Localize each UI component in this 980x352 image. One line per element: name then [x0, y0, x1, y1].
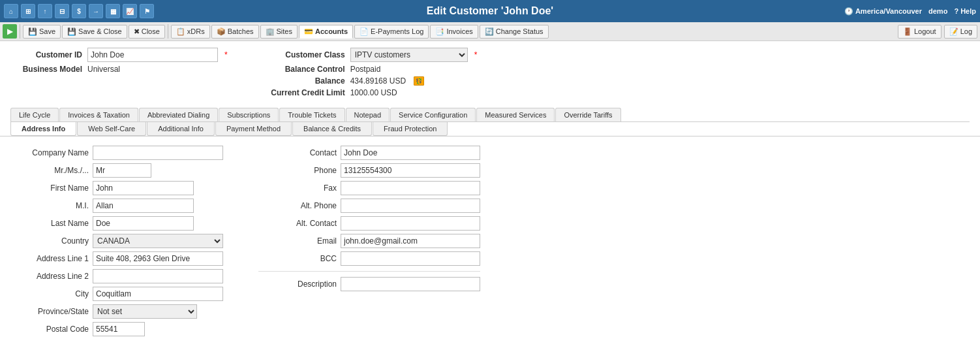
- address2-input[interactable]: [93, 269, 223, 283]
- tab-override-tariffs[interactable]: Override Tariffs: [555, 108, 620, 121]
- content-area: Company Name Mr./Ms./... First Name M.I.…: [0, 136, 980, 349]
- sites-icon: 🏢: [266, 27, 275, 36]
- tab-measured-services[interactable]: Measured Services: [476, 108, 555, 121]
- province-select[interactable]: Not set BC ON: [93, 304, 197, 319]
- first-name-label: First Name: [10, 184, 89, 193]
- fax-input[interactable]: [341, 181, 480, 195]
- last-name-input[interactable]: [93, 216, 194, 231]
- xdrs-button[interactable]: 📋 xDRs: [171, 25, 210, 39]
- forward-icon[interactable]: →: [89, 4, 103, 18]
- customer-class-label: Customer Class: [254, 50, 345, 59]
- grid-icon[interactable]: ⊞: [21, 4, 35, 18]
- bcc-row: BCC: [258, 251, 480, 266]
- top-icon-group: ⌂ ⊞ ↑ ⊟ $ → ▦ 📈 ⚑: [4, 4, 154, 18]
- tab-notepad[interactable]: Notepad: [346, 108, 390, 121]
- save-icon: 💾: [28, 27, 37, 36]
- save-close-button[interactable]: 💾 Save & Close: [62, 25, 127, 39]
- tab-additional-info[interactable]: Additional Info: [147, 122, 215, 136]
- fax-label: Fax: [258, 184, 337, 193]
- contact-row: Contact: [258, 146, 480, 160]
- chart-icon[interactable]: 📈: [123, 4, 137, 18]
- required-star-1: *: [224, 50, 228, 59]
- city-label: City: [10, 289, 89, 298]
- epayments-icon: 📄: [360, 27, 369, 36]
- balance-label: Balance: [254, 76, 345, 86]
- alt-phone-label: Alt. Phone: [258, 201, 337, 210]
- play-button[interactable]: ▶: [3, 24, 17, 39]
- upload-icon[interactable]: ↑: [38, 4, 52, 18]
- address1-input[interactable]: [93, 251, 223, 266]
- company-name-input[interactable]: [93, 146, 223, 160]
- tab-service-configuration[interactable]: Service Configuration: [390, 108, 476, 121]
- mr-row: Mr./Ms./...: [10, 163, 232, 178]
- contact-input[interactable]: [341, 146, 480, 160]
- close-button[interactable]: ✖ Close: [129, 25, 165, 39]
- help-icon[interactable]: ? Help: [954, 7, 976, 15]
- title-bar: ⌂ ⊞ ↑ ⊟ $ → ▦ 📈 ⚑ Edit Customer 'John Do…: [0, 0, 980, 22]
- email-row: Email: [258, 234, 480, 248]
- accounts-icon: 💳: [304, 27, 313, 36]
- change-status-button[interactable]: 🔄 Change Status: [480, 25, 549, 39]
- tab-subscriptions[interactable]: Subscriptions: [219, 108, 279, 121]
- tab-abbreviated-dialing[interactable]: Abbreviated Dialing: [139, 108, 218, 121]
- customer-form-header: Customer ID * Business Model Universal C…: [0, 41, 980, 103]
- tab-trouble-tickets[interactable]: Trouble Tickets: [279, 108, 345, 121]
- fax-row: Fax: [258, 181, 480, 195]
- tab-balance-credits[interactable]: Balance & Credits: [292, 122, 372, 136]
- tab-invoices-taxation[interactable]: Invoices & Taxation: [59, 108, 138, 121]
- alt-contact-input[interactable]: [341, 216, 480, 231]
- toolbar-sep-1: [20, 24, 20, 39]
- tab-life-cycle[interactable]: Life Cycle: [10, 108, 59, 121]
- last-name-label: Last Name: [10, 219, 89, 228]
- alt-phone-input[interactable]: [341, 199, 480, 213]
- mr-input[interactable]: [93, 163, 151, 178]
- logout-button[interactable]: 🚪 Logout: [898, 25, 942, 39]
- required-star-2: *: [474, 50, 478, 59]
- province-label: Province/State: [10, 307, 89, 316]
- postal-label: Postal Code: [10, 325, 89, 334]
- mi-input[interactable]: [93, 199, 194, 213]
- first-name-input[interactable]: [93, 181, 194, 195]
- batches-button[interactable]: 📦 Batches: [211, 25, 259, 39]
- invoices-button[interactable]: 📑 Invoices: [430, 25, 478, 39]
- xdrs-icon: 📋: [176, 27, 185, 36]
- apps-icon[interactable]: ⊟: [55, 4, 69, 18]
- home-icon[interactable]: ⌂: [4, 4, 18, 18]
- credit-limit-label: Current Credit Limit: [254, 88, 345, 97]
- dollar-icon[interactable]: $: [72, 4, 86, 18]
- customer-class-select[interactable]: IPTV customers: [350, 48, 468, 62]
- customer-id-input[interactable]: [87, 48, 218, 62]
- contact-label: Contact: [258, 148, 337, 157]
- alt-contact-label: Alt. Contact: [258, 219, 337, 228]
- epayments-button[interactable]: 📄 E-Payments Log: [354, 25, 429, 39]
- address1-label: Address Line 1: [10, 254, 89, 263]
- postal-input[interactable]: [93, 322, 145, 336]
- description-input[interactable]: [341, 277, 480, 291]
- tab-web-self-care[interactable]: Web Self-Care: [77, 122, 146, 136]
- country-row: Country CANADA United States: [10, 234, 232, 248]
- grid2-icon[interactable]: ▦: [106, 4, 120, 18]
- save-button[interactable]: 💾 Save: [23, 25, 61, 39]
- log-button[interactable]: 📝 Log: [944, 25, 977, 39]
- balance-row: Balance 434.89168 USD 💱: [254, 76, 478, 86]
- bcc-input[interactable]: [341, 251, 480, 266]
- tab-address-info[interactable]: Address Info: [10, 122, 76, 136]
- accounts-button[interactable]: 💳 Accounts: [299, 25, 353, 39]
- province-row: Province/State Not set BC ON: [10, 304, 232, 319]
- tab-payment-method[interactable]: Payment Method: [215, 122, 292, 136]
- balance-icon[interactable]: 💱: [414, 76, 424, 86]
- logout-icon: 🚪: [903, 27, 912, 36]
- tab-fraud-protection[interactable]: Fraud Protection: [373, 122, 448, 136]
- city-input[interactable]: [93, 287, 223, 301]
- email-input[interactable]: [341, 234, 480, 248]
- sites-button[interactable]: 🏢 Sites: [260, 25, 298, 39]
- country-select[interactable]: CANADA United States: [93, 234, 223, 248]
- close-icon: ✖: [134, 27, 140, 36]
- description-row: Description: [258, 277, 480, 291]
- description-label: Description: [258, 280, 337, 289]
- flag-icon[interactable]: ⚑: [140, 4, 154, 18]
- change-status-icon: 🔄: [485, 27, 494, 36]
- balance-control-label: Balance Control: [254, 65, 345, 74]
- toolbar: ▶ 💾 Save 💾 Save & Close ✖ Close 📋 xDRs 📦…: [0, 22, 980, 41]
- phone-input[interactable]: [341, 163, 480, 178]
